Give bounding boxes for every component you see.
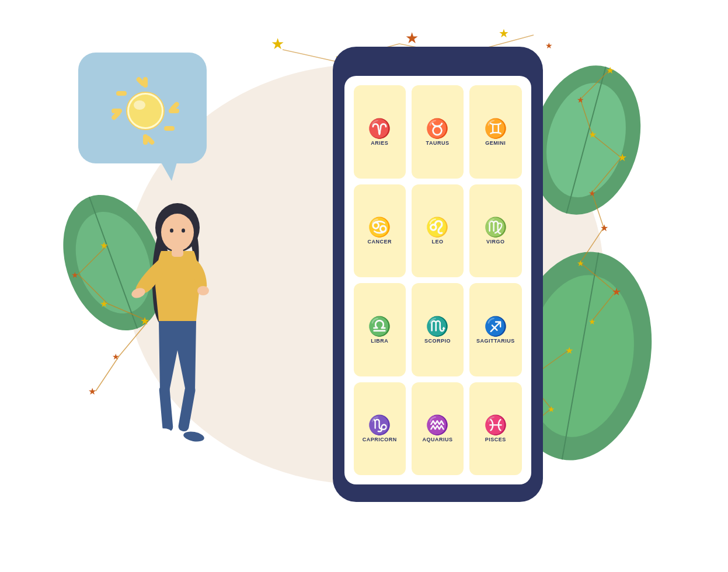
zodiac-symbol-taurus: ♉ (426, 119, 449, 138)
svg-point-67 (197, 286, 209, 295)
zodiac-symbol-aries: ♈ (368, 119, 391, 138)
svg-text:★: ★ (588, 317, 596, 326)
main-scene: ★ ★ ★ ★ ★ ★ ★ ★ ★ ★ ★ ★ (43, 18, 685, 554)
zodiac-symbol-libra: ♎ (368, 317, 391, 336)
svg-line-30 (580, 263, 615, 292)
svg-point-71 (182, 430, 204, 443)
zodiac-symbol-sagittarius: ♐ (484, 317, 507, 336)
zodiac-tile-sagittarius[interactable]: ♐SAGITTARIUS (469, 283, 521, 376)
svg-rect-56 (116, 91, 127, 96)
zodiac-label-scorpio: SCORPIO (424, 338, 451, 344)
svg-text:★: ★ (548, 404, 555, 414)
zodiac-tile-aquarius[interactable]: ♒AQUARIUS (412, 382, 464, 476)
svg-line-0 (283, 50, 335, 61)
svg-text:★: ★ (565, 346, 573, 355)
svg-text:★: ★ (71, 270, 78, 280)
svg-text:★: ★ (618, 152, 627, 163)
zodiac-tile-capricorn[interactable]: ♑CAPRICORN (354, 382, 406, 476)
zodiac-symbol-capricorn: ♑ (368, 416, 391, 434)
svg-point-62 (161, 214, 194, 251)
svg-text:★: ★ (112, 352, 119, 361)
zodiac-tile-aries[interactable]: ♈ARIES (354, 85, 406, 179)
zodiac-label-aries: ARIES (371, 140, 388, 146)
svg-line-24 (580, 70, 609, 99)
zodiac-symbol-cancer: ♋ (368, 218, 391, 236)
svg-text:★: ★ (100, 240, 108, 250)
zodiac-label-aquarius: AQUARIUS (422, 437, 452, 442)
zodiac-label-sagittarius: SAGITTARIUS (476, 338, 515, 344)
zodiac-symbol-gemini: ♊ (484, 119, 507, 138)
zodiac-label-gemini: GEMINI (485, 140, 506, 146)
svg-point-60 (134, 100, 145, 110)
zodiac-label-leo: LEO (431, 239, 443, 245)
zodiac-symbol-scorpio: ♏ (426, 317, 449, 336)
zodiac-tile-gemini[interactable]: ♊GEMINI (469, 85, 521, 179)
svg-text:★: ★ (577, 259, 584, 268)
svg-rect-69 (177, 384, 196, 432)
phone-device: ♈ARIES♉TAURUS♊GEMINI♋CANCER♌LEO♍VIRGO♎LI… (333, 47, 543, 502)
svg-line-29 (580, 228, 604, 263)
sun-icon (107, 73, 177, 143)
zodiac-tile-scorpio[interactable]: ♏SCORPIO (412, 283, 464, 376)
svg-text:★: ★ (588, 189, 596, 198)
zodiac-tile-leo[interactable]: ♌LEO (412, 184, 464, 278)
zodiac-symbol-virgo: ♍ (484, 218, 507, 236)
svg-line-28 (592, 193, 604, 228)
svg-rect-65 (172, 248, 183, 257)
svg-rect-68 (159, 385, 173, 432)
svg-text:★: ★ (100, 299, 108, 309)
svg-text:★: ★ (88, 386, 96, 396)
zodiac-tile-libra[interactable]: ♎LIBRA (354, 283, 406, 376)
svg-text:★: ★ (577, 95, 584, 104)
zodiac-tile-cancer[interactable]: ♋CANCER (354, 184, 406, 278)
phone-screen: ♈ARIES♉TAURUS♊GEMINI♋CANCER♌LEO♍VIRGO♎LI… (344, 76, 531, 484)
svg-line-27 (592, 158, 621, 193)
zodiac-label-capricorn: CAPRICORN (363, 437, 397, 442)
zodiac-label-taurus: TAURUS (426, 140, 450, 146)
zodiac-symbol-aquarius: ♒ (426, 416, 449, 434)
zodiac-label-pisces: PISCES (485, 437, 506, 442)
zodiac-label-virgo: VIRGO (486, 239, 505, 245)
speech-bubble (78, 53, 207, 163)
svg-line-25 (580, 99, 592, 134)
zodiac-symbol-pisces: ♓ (484, 416, 507, 434)
svg-text:★: ★ (606, 65, 614, 75)
woman-figure (119, 193, 236, 484)
zodiac-symbol-leo: ♌ (426, 218, 449, 236)
svg-line-17 (96, 356, 119, 391)
zodiac-tile-pisces[interactable]: ♓PISCES (469, 382, 521, 476)
svg-point-63 (170, 229, 173, 233)
svg-rect-53 (164, 126, 175, 131)
zodiac-tile-taurus[interactable]: ♉TAURUS (412, 85, 464, 179)
zodiac-label-libra: LIBRA (371, 338, 388, 344)
svg-text:★: ★ (612, 286, 621, 298)
zodiac-label-cancer: CANCER (367, 239, 392, 245)
svg-point-64 (182, 229, 185, 233)
svg-text:★: ★ (600, 223, 608, 233)
svg-text:★: ★ (588, 130, 597, 139)
svg-point-59 (129, 95, 162, 127)
zodiac-tile-virgo[interactable]: ♍VIRGO (469, 184, 521, 278)
